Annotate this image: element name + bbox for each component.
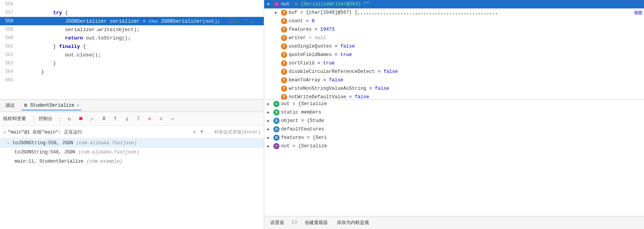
code-line-556: 556 <box>0 0 264 8</box>
expand-bottom-defaultFeatures[interactable]: ▶ <box>267 127 273 132</box>
var-val-buf: = {char[2048]@567} [,,,,,,,,,,,,,,,,,,,,… <box>297 10 499 15</box>
expand-arrow-disable <box>275 70 281 74</box>
tab-close-button[interactable]: ✕ <box>77 103 79 108</box>
var-row-features[interactable]: f features = 19473 <box>264 25 644 34</box>
var-bottom-object[interactable]: ▶ D object = {Stude <box>264 117 644 125</box>
var-key-notWriteDefault: notWriteDefaultValue <box>289 94 346 99</box>
view-link[interactable]: 视图 <box>634 10 644 16</box>
var-val-features: = 19473 <box>312 27 335 32</box>
expand-arrow-buf[interactable]: ▶ <box>275 10 281 15</box>
code-line-560: 560 return out.toString(); <box>0 34 264 42</box>
toolbar-btn-8[interactable]: ⊘ <box>145 115 154 123</box>
expand-bottom-object[interactable]: ▶ <box>267 119 273 123</box>
var-row-sortField[interactable]: f sortField = true <box>264 59 644 68</box>
var-val-writer: = null <box>306 35 326 41</box>
expand-arrow-sortField <box>275 61 281 66</box>
var-val-bottom-object: = {Stude <box>298 118 324 124</box>
var-bottom-defaultFeatures[interactable]: ▶ D defaultFeatures <box>264 125 644 133</box>
dropdown-icon[interactable]: ▼ <box>200 129 203 135</box>
var-icon-disable: f <box>281 69 287 75</box>
expand-arrow-features <box>275 28 281 32</box>
code-line-562: 562 out.close(); <box>0 51 264 59</box>
var-icon-bottom-defaultFeatures: D <box>273 126 280 132</box>
stack-row-0[interactable]: → toJSONString:558, JSON (com.alibaba.fa… <box>0 138 264 148</box>
debugger-toolbar: 线程和变量 控制台 ↻ ⏹ ▷ ⏸ ⤒ ⤓ ⤴ ⊘ ⊘ ⋯ <box>0 112 264 126</box>
tab-student-serialize[interactable]: 🗎 StudentSerialize ✕ <box>21 101 82 110</box>
var-icon-bottom-features2: D <box>273 135 280 141</box>
set-value-button[interactable]: 设置值 <box>269 219 286 227</box>
toolbar-stop-btn[interactable]: ⏹ <box>77 115 85 123</box>
vars-footer: 设置值 F2 创建显观器 添加为内联监视 <box>264 216 644 229</box>
code-line-564: 564 } <box>0 68 264 76</box>
tab-debug[interactable]: 调试 <box>3 101 17 110</box>
expand-bottom-out[interactable]: ▶ <box>267 102 273 106</box>
tab-file-icon: 🗎 <box>24 103 28 108</box>
editor-section: 556 557 try { 558 JSONSerializer seriali… <box>0 0 644 100</box>
stack-row-2[interactable]: main:11, StudentSerialize (com.example) <box>0 157 264 166</box>
expand-arrow-beanToArray <box>275 78 281 82</box>
line-number-558: 558 <box>0 18 17 24</box>
var-bottom-out2[interactable]: ▶ ≡ out = {Serialize <box>264 142 644 150</box>
var-val-bottom-out: = {Serialize <box>290 101 327 107</box>
var-row-disableCircularReferenceDetect[interactable]: f disableCircularReferenceDetect = false <box>264 68 644 76</box>
var-row-quoteFieldNames[interactable]: f quoteFieldNames = true <box>264 51 644 59</box>
var-key-useSingleQuotes: useSingleQuotes <box>289 44 332 49</box>
line-content-564: } <box>17 69 264 75</box>
expand-bottom-features[interactable]: ▶ <box>267 135 273 140</box>
var-icon-quoteFieldNames: f <box>281 52 287 58</box>
var-val-disable: = false <box>375 69 398 74</box>
var-key-bottom-defaultFeatures: defaultFeatures <box>281 127 324 132</box>
stack-location-0: (com.alibaba.fastjson) <box>76 140 137 146</box>
create-watcher-button[interactable]: 创建显观器 <box>303 219 329 227</box>
code-line-558: 558 JSONSerializer serializer = new JSON… <box>0 17 264 25</box>
var-row-notWriteDefault[interactable]: f notWriteDefaultValue = false <box>264 93 644 99</box>
expand-bottom-out2[interactable]: ▶ <box>267 144 273 148</box>
filter-icon[interactable]: ⊘ <box>193 129 196 135</box>
var-row-out-root[interactable]: ▼ ≡ out = {SerializeWriter@564} "" <box>264 0 644 8</box>
toolbar-pause-btn[interactable]: ⏸ <box>100 115 108 123</box>
variables-panel: ▶ ∞ out = {Serialize ▶ S static members … <box>264 100 644 229</box>
call-stack-list: → toJSONString:558, JSON (com.alibaba.fa… <box>0 138 264 229</box>
var-bottom-features[interactable]: ▶ D features = {Seri <box>264 133 644 142</box>
expand-bottom-static[interactable]: ▶ <box>267 110 273 115</box>
expand-arrow-out[interactable]: ▼ <box>267 2 273 7</box>
toolbar-refresh-btn[interactable]: ↻ <box>65 115 74 123</box>
expand-arrow-count <box>275 19 281 23</box>
threads-label: 线程和变量 <box>3 115 26 122</box>
var-icon-notWriteDefault: f <box>281 94 287 99</box>
tab-debug-label: 调试 <box>5 102 15 109</box>
line-content-561: } finally { <box>17 44 264 49</box>
thread-row-main[interactable]: ✓ "main"@1 在组"main": 正在运行 ⊘ ▼ 对表达式求值(Ent… <box>0 127 264 137</box>
var-row-writer[interactable]: f writer = null <box>264 34 644 42</box>
expand-arrow-quoteFieldNames <box>275 53 281 57</box>
var-val-count: = 0 <box>303 18 315 24</box>
toolbar-step-into-btn[interactable]: ⤓ <box>123 115 131 123</box>
var-row-beanToArray[interactable]: f beanToArray = false <box>264 76 644 84</box>
toolbar-resume-btn[interactable]: ▷ <box>88 115 96 123</box>
threads-list: ✓ "main"@1 在组"main": 正在运行 ⊘ ▼ 对表达式求值(Ent… <box>0 126 264 138</box>
var-bottom-out[interactable]: ▶ ∞ out = {Serialize <box>264 100 644 108</box>
stack-row-1[interactable]: toJSONString:548, JSON (com.alibaba.fast… <box>0 148 264 157</box>
var-row-useSingleQuotes[interactable]: f useSingleQuotes = false <box>264 42 644 51</box>
expand-arrow-notWriteDefault <box>275 95 281 99</box>
inline-expand-558[interactable]: ⌄ <box>251 19 254 24</box>
code-editor: 556 557 try { 558 JSONSerializer seriali… <box>0 0 264 99</box>
var-row-writeNonString[interactable]: f writeNonStringValueAsString = false <box>264 84 644 93</box>
var-row-count[interactable]: f count = 0 <box>264 17 644 25</box>
main-container: 556 557 try { 558 JSONSerializer seriali… <box>0 0 644 229</box>
toolbar-more-btn[interactable]: ⋯ <box>168 115 177 123</box>
var-key-bottom-features: features <box>281 135 304 140</box>
var-key-count: count <box>289 18 303 24</box>
add-inline-button[interactable]: 添加为内联监视 <box>335 219 371 227</box>
var-icon-bottom-static: S <box>273 109 280 115</box>
var-icon-count: f <box>281 18 287 24</box>
vars-tree-top: ▼ ≡ out = {SerializeWriter@564} "" ▶ f b… <box>264 0 644 99</box>
toolbar-btn-9[interactable]: ⊘ <box>157 115 165 123</box>
stack-location-2: (com.example) <box>87 159 123 164</box>
stack-location-1: (com.alibaba.fastjson) <box>78 150 139 155</box>
var-icon-out: ≡ <box>273 1 280 7</box>
toolbar-step-over-btn[interactable]: ⤒ <box>111 115 119 123</box>
var-row-buf[interactable]: ▶ f buf = {char[2048]@567} [,,,,,,,,,,,,… <box>264 8 644 17</box>
var-bottom-static[interactable]: ▶ S static members <box>264 108 644 117</box>
toolbar-step-out-btn[interactable]: ⤴ <box>134 115 142 123</box>
